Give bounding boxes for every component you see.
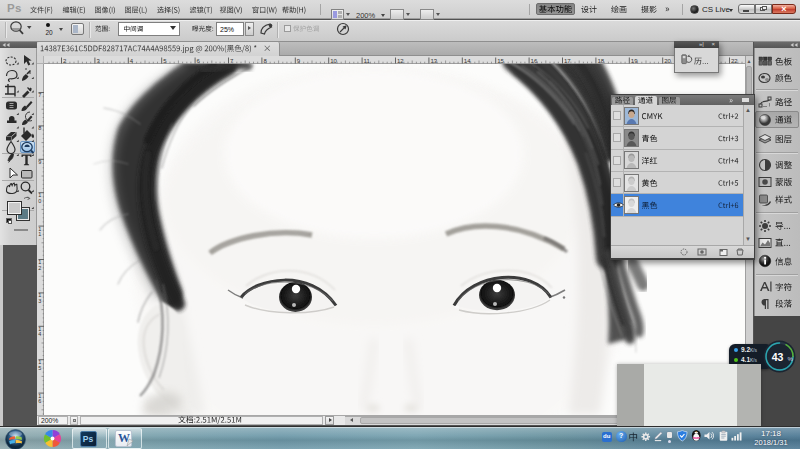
svg-text:8: 8 [38,125,41,131]
svg-text:43: 43 [772,351,784,363]
svg-text:6: 6 [38,398,41,404]
svg-text:9: 9 [38,159,41,165]
svg-text:4: 4 [38,331,41,337]
svg-text:3: 3 [38,298,41,304]
svg-text:2: 2 [38,265,41,271]
svg-text:%: % [788,356,794,362]
svg-text:0: 0 [38,198,41,204]
svg-text:5: 5 [38,365,41,371]
svg-text:7: 7 [38,92,41,98]
svg-text:1: 1 [38,231,41,237]
